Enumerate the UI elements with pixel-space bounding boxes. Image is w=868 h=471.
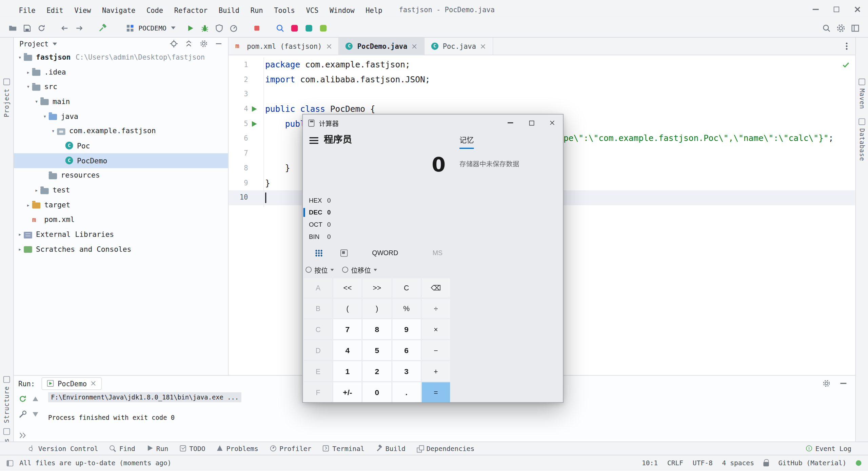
- maximize-button[interactable]: [826, 0, 847, 19]
- calc-key-9[interactable]: 9: [392, 319, 421, 339]
- tree-item-package[interactable]: ▾ com.example.fastjson: [14, 124, 228, 139]
- layout-icon[interactable]: [848, 21, 862, 35]
- calc-key-3[interactable]: 3: [392, 361, 421, 381]
- menu-code[interactable]: Code: [141, 6, 169, 14]
- plugin-icon-2[interactable]: [301, 21, 316, 35]
- rerun-icon[interactable]: [18, 394, 27, 403]
- stripe-project[interactable]: Project: [0, 79, 13, 117]
- down-stack-icon[interactable]: [33, 412, 38, 416]
- search-everywhere-icon[interactable]: [819, 21, 833, 35]
- run-console-tab[interactable]: PocDemo: [42, 377, 102, 390]
- toolwindow-version-control[interactable]: Version Control: [29, 445, 98, 452]
- expand-arrow-icon[interactable]: ▸: [16, 231, 24, 238]
- menu-navigate[interactable]: Navigate: [97, 6, 141, 14]
- profiler-icon[interactable]: [226, 21, 240, 35]
- back-icon[interactable]: [58, 21, 72, 35]
- expand-arrow-icon[interactable]: ▾: [33, 98, 40, 104]
- calc-maximize-button[interactable]: [521, 115, 542, 131]
- line-ending[interactable]: CRLF: [667, 459, 683, 467]
- bitwise-dropdown[interactable]: 按位: [305, 265, 334, 274]
- run-config-selector[interactable]: POCDEMO: [122, 21, 180, 35]
- toolwindow-find[interactable]: Find: [110, 445, 135, 452]
- expand-arrow-icon[interactable]: ▾: [49, 128, 57, 134]
- sync-icon[interactable]: [34, 21, 48, 35]
- calc-key-c[interactable]: C: [304, 319, 332, 339]
- close-tab-icon[interactable]: [326, 43, 332, 49]
- calc-key-percent[interactable]: %: [392, 299, 421, 318]
- inspections-ok-icon[interactable]: [842, 61, 850, 69]
- calc-key-5[interactable]: 5: [363, 340, 391, 360]
- tree-item-test[interactable]: ▸ test: [14, 183, 228, 198]
- calc-key-multiply[interactable]: ×: [422, 319, 450, 339]
- stripe-maven[interactable]: Maven: [856, 79, 868, 109]
- hamburger-menu-icon[interactable]: [310, 137, 318, 144]
- tree-item-external-libraries[interactable]: ▸ External Libraries: [14, 227, 228, 242]
- minimize-button[interactable]: [805, 0, 826, 19]
- toolwindow-problems[interactable]: Problems: [217, 445, 258, 452]
- menu-file[interactable]: File: [13, 6, 41, 14]
- expand-arrow-icon[interactable]: ▾: [16, 54, 24, 60]
- forward-icon[interactable]: [72, 21, 86, 35]
- project-panel-header[interactable]: Project: [14, 38, 228, 50]
- event-log-button[interactable]: Event Log: [806, 445, 851, 452]
- more-tabs-icon[interactable]: [846, 45, 848, 47]
- locate-file-icon[interactable]: [170, 40, 178, 48]
- radix-bin[interactable]: BIN0: [303, 231, 452, 243]
- calc-key-2[interactable]: 2: [363, 361, 391, 381]
- calc-key-7[interactable]: 7: [333, 319, 362, 339]
- full-keypad-icon[interactable]: [315, 249, 323, 257]
- toolwindow-build[interactable]: Build: [376, 445, 406, 452]
- menu-help[interactable]: Help: [360, 6, 388, 14]
- run-line-icon[interactable]: [252, 106, 257, 111]
- calc-key-d[interactable]: D: [304, 340, 332, 360]
- open-icon[interactable]: [5, 21, 20, 35]
- calc-close-button[interactable]: [542, 115, 563, 131]
- menu-edit[interactable]: Edit: [41, 6, 69, 14]
- caret-position[interactable]: 10:1: [642, 459, 658, 467]
- plugin-icon-3[interactable]: [316, 21, 330, 35]
- calc-key-lshift[interactable]: <<: [333, 278, 362, 298]
- up-stack-icon[interactable]: [33, 397, 38, 401]
- menu-window[interactable]: Window: [324, 6, 360, 14]
- lock-icon[interactable]: [764, 462, 769, 466]
- tree-item-scratches[interactable]: ▸ Scratches and Consoles: [14, 242, 228, 257]
- bit-toggle-keypad-icon[interactable]: [340, 249, 348, 257]
- menu-build[interactable]: Build: [213, 6, 245, 14]
- tab-poc-java[interactable]: Poc.java: [425, 38, 493, 55]
- stop-icon[interactable]: [250, 21, 264, 35]
- calc-key-0[interactable]: 0: [363, 382, 391, 402]
- menu-vcs[interactable]: VCS: [300, 6, 324, 14]
- tab-pocdemo-java[interactable]: PocDemo.java: [339, 38, 425, 55]
- expand-arrow-icon[interactable]: ▸: [24, 202, 32, 208]
- calc-key-open-paren[interactable]: (: [333, 299, 362, 318]
- build-hammer-icon[interactable]: [95, 21, 110, 35]
- radix-oct[interactable]: OCT0: [303, 219, 452, 231]
- calc-key-f[interactable]: F: [304, 382, 332, 402]
- calc-key-4[interactable]: 4: [333, 340, 362, 360]
- close-button[interactable]: [847, 0, 868, 19]
- word-size-button[interactable]: QWORD: [372, 249, 398, 257]
- calc-key-a[interactable]: A: [304, 278, 332, 298]
- debug-icon[interactable]: [197, 21, 212, 35]
- tree-item-fastjson[interactable]: ▾ fastjson C:\Users\admin\Desktop\fastjs…: [14, 50, 228, 65]
- coverage-icon[interactable]: [212, 21, 226, 35]
- calc-minimize-button[interactable]: [500, 115, 521, 131]
- calc-key-c[interactable]: C: [392, 278, 421, 298]
- calc-key-minus[interactable]: −: [422, 340, 450, 360]
- toolwindow-toggle-icon[interactable]: [7, 460, 14, 466]
- expand-arrow-icon[interactable]: ▾: [41, 113, 49, 119]
- calc-key-1[interactable]: 1: [333, 361, 362, 381]
- expand-arrow-icon[interactable]: ▾: [24, 84, 32, 90]
- tree-item-java[interactable]: ▾ java: [14, 109, 228, 124]
- close-tab-icon[interactable]: [412, 43, 417, 49]
- tree-item-main[interactable]: ▾ main: [14, 94, 228, 109]
- tree-item-src[interactable]: ▾ src: [14, 79, 228, 94]
- calc-key-plus[interactable]: +: [422, 361, 450, 381]
- tree-item-poc[interactable]: Poc: [14, 138, 228, 153]
- stripe-structure[interactable]: Structure: [0, 376, 13, 423]
- radix-dec[interactable]: DEC0: [303, 206, 452, 219]
- bitshift-dropdown[interactable]: 位移位: [342, 265, 377, 274]
- calc-key-backspace[interactable]: ⌫: [422, 278, 450, 298]
- toolwindow-dependencies[interactable]: Dependencies: [417, 445, 474, 452]
- hide-panel-icon[interactable]: [215, 40, 222, 48]
